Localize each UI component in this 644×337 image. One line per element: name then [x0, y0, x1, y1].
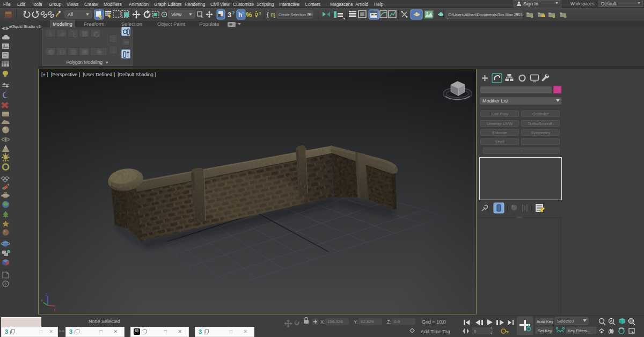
svg-text:?: ?	[232, 10, 235, 16]
svg-text:[+ ] [Perspective ] [User De: [+ ] [Perspective ] [User Defined ] [Def…	[41, 72, 156, 77]
svg-text:Create Selection Set: Create Selection Set	[279, 13, 312, 17]
svg-text:y: y	[54, 307, 56, 312]
svg-text:0,0: 0,0	[394, 319, 400, 324]
svg-text:Set Key: Set Key	[538, 328, 552, 333]
svg-text:?: ?	[241, 11, 244, 16]
svg-text:All: All	[68, 12, 73, 17]
svg-text:62,829: 62,829	[361, 319, 374, 324]
svg-text:Grid = 10,0: Grid = 10,0	[422, 319, 446, 325]
svg-text:ɱ: ɱ	[270, 11, 275, 18]
svg-text:{: {	[267, 11, 269, 18]
svg-text:%: %	[246, 11, 252, 19]
svg-text:C:\Users\Alihan\Documents\3ds: C:\Users\Alihan\Documents\3ds Max 2021	[448, 12, 523, 17]
svg-text:0: 0	[474, 329, 477, 334]
svg-text:Z:: Z:	[387, 319, 391, 325]
svg-text:Selected: Selected	[557, 319, 574, 324]
svg-text:View: View	[171, 12, 182, 17]
svg-text:3: 3	[228, 11, 231, 19]
svg-text:156,326: 156,326	[327, 319, 343, 324]
svg-text:?: ?	[4, 282, 7, 287]
svg-text:Key Filters...: Key Filters...	[568, 328, 590, 333]
svg-text:Y:: Y:	[354, 319, 358, 325]
svg-text:Auto Key: Auto Key	[537, 319, 553, 324]
svg-text:Modifier List: Modifier List	[482, 98, 509, 104]
svg-text:X:: X:	[320, 319, 325, 325]
svg-text:z: z	[46, 292, 48, 296]
svg-text:Add Time Tag: Add Time Tag	[421, 329, 450, 334]
svg-text:?: ?	[259, 11, 261, 16]
svg-text:x: x	[41, 298, 43, 302]
